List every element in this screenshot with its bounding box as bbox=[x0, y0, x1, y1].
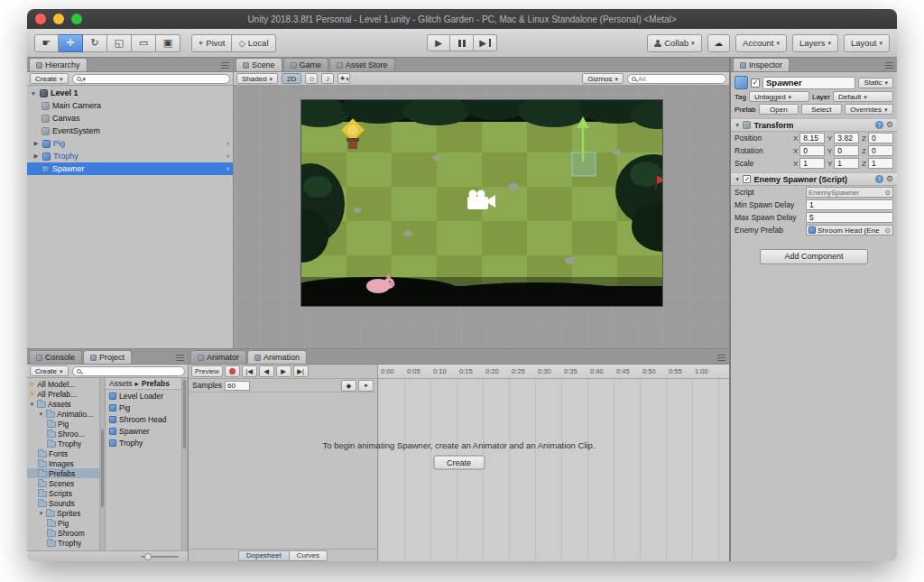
pause-button[interactable] bbox=[450, 34, 474, 51]
local-toggle-button[interactable]: ◇Local bbox=[232, 34, 275, 52]
expand-arrow-icon[interactable]: ▼ bbox=[38, 411, 44, 417]
min-spawn-delay-field[interactable]: 1 bbox=[806, 199, 893, 210]
tab-game[interactable]: Game bbox=[283, 58, 329, 71]
prefab-open-button[interactable]: Open bbox=[759, 104, 799, 115]
next-key-button[interactable]: ▶| bbox=[293, 365, 309, 377]
object-picker-icon[interactable]: ⊙ bbox=[884, 226, 891, 235]
expand-arrow-icon[interactable]: ▼ bbox=[38, 511, 44, 516]
scene-effects-dropdown[interactable]: ✦▾ bbox=[337, 73, 350, 84]
gameobject-name-field[interactable]: Spawner bbox=[762, 77, 855, 89]
scene-search-input[interactable]: All bbox=[627, 74, 726, 84]
enemy-spawner-component-header[interactable]: ▼ ✓ Enemy Spawner (Script) ? ⚙ bbox=[731, 172, 897, 186]
gizmos-dropdown[interactable]: Gizmos▾ bbox=[582, 73, 624, 84]
folder-scripts[interactable]: Scripts bbox=[27, 488, 99, 498]
project-zoom-slider[interactable] bbox=[141, 556, 179, 558]
expand-arrow-icon[interactable]: ▼ bbox=[30, 90, 37, 97]
scene-canvas[interactable] bbox=[301, 100, 662, 306]
tab-animation[interactable]: Animation bbox=[247, 350, 307, 364]
layer-dropdown[interactable]: Default▾ bbox=[833, 91, 893, 102]
hand-tool-button[interactable]: ☛ bbox=[34, 34, 59, 52]
tab-asset-store[interactable]: Asset Store bbox=[329, 58, 395, 71]
scale-z-field[interactable]: 1 bbox=[868, 158, 893, 169]
folder-sprites-shroom[interactable]: Shroom bbox=[27, 528, 99, 538]
component-enabled-checkbox[interactable]: ✓ bbox=[743, 175, 751, 183]
folder-assets[interactable]: ▼Assets bbox=[27, 399, 99, 409]
hierarchy-item-trophy[interactable]: ▶Trophy› bbox=[27, 150, 233, 162]
active-checkbox[interactable]: ✓ bbox=[751, 79, 760, 88]
tag-dropdown[interactable]: Untagged▾ bbox=[749, 91, 809, 102]
hierarchy-search-input[interactable]: ▾ bbox=[72, 74, 230, 84]
max-spawn-delay-field[interactable]: 5 bbox=[806, 212, 893, 223]
shaded-dropdown[interactable]: Shaded▾ bbox=[236, 73, 278, 84]
rotate-tool-button[interactable]: ↻ bbox=[83, 34, 107, 52]
project-menu-icon[interactable] bbox=[176, 355, 184, 361]
tab-hierarchy[interactable]: Hierarchy bbox=[29, 58, 88, 71]
folder-fonts[interactable]: Fonts bbox=[27, 448, 99, 458]
prefab-overrides-dropdown[interactable]: Overrides▾ bbox=[845, 104, 893, 115]
scrollbar-thumb[interactable] bbox=[183, 380, 186, 448]
scene-audio-toggle[interactable]: ♪ bbox=[321, 73, 334, 84]
rotation-y-field[interactable]: 0 bbox=[834, 145, 859, 156]
file-shroom-head[interactable]: Shroom Head bbox=[106, 413, 181, 425]
enemy-prefab-field[interactable]: Shroom Head (Ene⊙ bbox=[806, 225, 893, 236]
position-z-field[interactable]: 0 bbox=[868, 133, 893, 143]
folder-animations-pig[interactable]: Pig bbox=[27, 419, 99, 429]
hierarchy-item-pig[interactable]: ▶Pig› bbox=[27, 137, 233, 150]
preview-toggle-button[interactable]: Preview bbox=[191, 365, 223, 377]
position-x-field[interactable]: 8.15 bbox=[799, 133, 825, 143]
project-tree-scrollbar[interactable] bbox=[99, 378, 106, 550]
inspector-menu-icon[interactable] bbox=[885, 62, 893, 69]
hierarchy-menu-icon[interactable] bbox=[221, 62, 229, 69]
layers-dropdown[interactable]: Layers▾ bbox=[792, 34, 838, 52]
2d-toggle-button[interactable]: 2D bbox=[282, 73, 301, 84]
file-pig[interactable]: Pig bbox=[106, 402, 181, 413]
gear-icon[interactable]: ⚙ bbox=[886, 121, 893, 129]
file-level-loader[interactable]: Level Loader bbox=[106, 390, 181, 402]
favorite-all-prefabs[interactable]: ★All Prefab... bbox=[27, 389, 99, 399]
tab-inspector[interactable]: Inspector bbox=[733, 58, 790, 71]
foldout-arrow-icon[interactable]: ▼ bbox=[735, 176, 740, 182]
first-key-button[interactable]: |◀ bbox=[242, 365, 257, 377]
zoom-window-button[interactable] bbox=[71, 14, 82, 24]
folder-sprites-pig[interactable]: Pig bbox=[27, 518, 99, 528]
play-button[interactable]: ▶ bbox=[427, 34, 450, 51]
file-spawner[interactable]: Spawner bbox=[106, 425, 181, 437]
folder-animations-shroom[interactable]: Shroo... bbox=[27, 429, 99, 439]
favorite-all-models[interactable]: ★All Model... bbox=[27, 379, 99, 389]
expand-arrow-icon[interactable]: ▶ bbox=[32, 152, 40, 160]
help-icon[interactable]: ? bbox=[875, 121, 883, 129]
foldout-arrow-icon[interactable]: ▼ bbox=[735, 122, 740, 128]
open-prefab-chevron-icon[interactable]: › bbox=[226, 164, 229, 173]
scale-tool-button[interactable]: ◱ bbox=[107, 34, 132, 52]
step-button[interactable]: ▶ bbox=[474, 34, 497, 51]
tab-console[interactable]: Console bbox=[29, 350, 82, 364]
hierarchy-item-main-camera[interactable]: Main Camera bbox=[27, 99, 233, 112]
rect-tool-button[interactable]: ▭ bbox=[132, 34, 156, 52]
tab-animator[interactable]: Animator bbox=[190, 350, 246, 364]
slider-knob[interactable] bbox=[144, 553, 152, 560]
rotation-x-field[interactable]: 0 bbox=[799, 145, 825, 156]
object-picker-icon[interactable]: ⊙ bbox=[884, 189, 891, 197]
add-component-button[interactable]: Add Component bbox=[760, 249, 868, 264]
script-field[interactable]: EnemySpawner⊙ bbox=[806, 187, 893, 198]
expand-arrow-icon[interactable]: ▼ bbox=[29, 402, 35, 407]
move-tool-button[interactable]: ✛ bbox=[59, 34, 83, 52]
prefab-select-button[interactable]: Select bbox=[801, 104, 842, 115]
close-window-button[interactable] bbox=[35, 14, 46, 24]
add-event-button[interactable]: ✦ bbox=[358, 380, 374, 392]
folder-prefabs[interactable]: Prefabs bbox=[27, 468, 99, 478]
cloud-services-button[interactable]: ☁ bbox=[707, 34, 731, 52]
create-clip-button[interactable]: Create bbox=[433, 456, 485, 470]
gameobject-cube-icon[interactable] bbox=[735, 76, 748, 89]
scene-lighting-toggle[interactable]: ☼ bbox=[305, 73, 318, 84]
breadcrumb-root[interactable]: Assets bbox=[109, 379, 133, 388]
transform-component-header[interactable]: ▼ Transform ? ⚙ bbox=[731, 118, 897, 132]
scene-header-row[interactable]: ▼ Level 1 bbox=[27, 87, 233, 99]
dopesheet-button[interactable]: Dopesheet bbox=[238, 550, 289, 561]
file-trophy[interactable]: Trophy bbox=[106, 437, 181, 448]
folder-sprites-trophy[interactable]: Trophy bbox=[27, 538, 99, 548]
folder-scenes[interactable]: Scenes bbox=[27, 478, 99, 488]
timeline-ruler[interactable]: 0:00 0:05 0:10 0:15 0:20 0:25 0:30 0:35 … bbox=[378, 365, 729, 379]
rotation-z-field[interactable]: 0 bbox=[868, 145, 893, 156]
hierarchy-item-eventsystem[interactable]: EventSystem bbox=[27, 125, 233, 137]
